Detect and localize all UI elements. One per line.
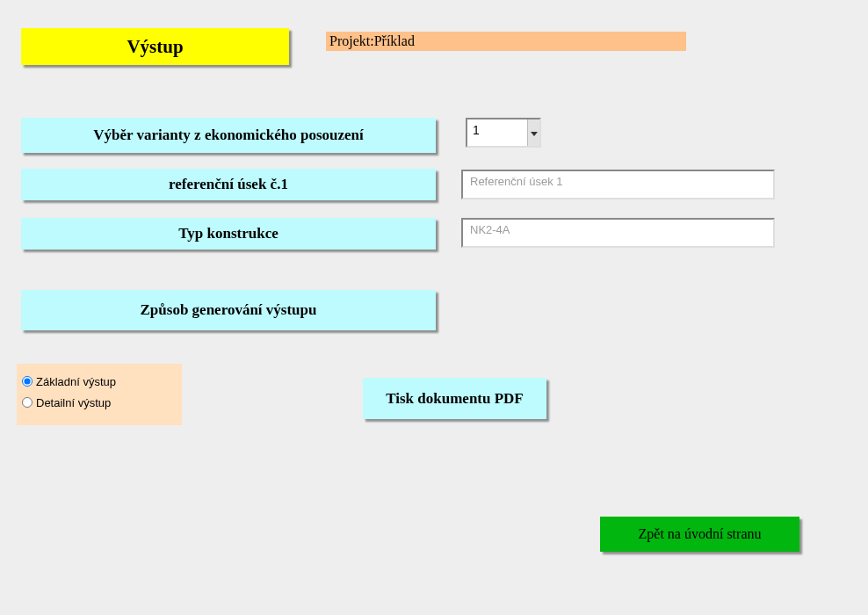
chevron-down-icon [531, 125, 538, 141]
variant-select-arrow[interactable] [527, 119, 539, 146]
construction-type-field[interactable]: NK2-4A [461, 218, 775, 248]
generation-mode-text: Způsob generování výstupu [141, 301, 317, 319]
svg-marker-0 [531, 132, 538, 136]
construction-type-label: Typ konstrukce [21, 218, 436, 250]
back-home-button[interactable]: Zpět na úvodní stranu [600, 517, 799, 552]
project-bar: Projekt:Příklad [326, 32, 686, 51]
output-header-label: Výstup [127, 36, 183, 57]
variant-selection-label: Výběr varianty z ekonomického posouzení [21, 118, 436, 153]
project-label: Projekt: [329, 33, 374, 48]
construction-type-text: Typ konstrukce [178, 225, 278, 242]
radio-detailed-output[interactable]: Detailní výstup [22, 392, 177, 413]
reference-section-field[interactable]: Referenční úsek 1 [461, 170, 775, 199]
variant-select-value: 1 [467, 119, 527, 137]
generation-mode-label: Způsob generování výstupu [21, 290, 436, 330]
radio-basic-output[interactable]: Základní výstup [22, 371, 177, 392]
output-header-button[interactable]: Výstup [21, 28, 289, 65]
back-home-label: Zpět na úvodní stranu [639, 526, 762, 541]
radio-basic-input[interactable] [22, 376, 33, 387]
radio-basic-label: Základní výstup [36, 375, 116, 388]
project-name: Příklad [374, 33, 415, 48]
variant-select[interactable]: 1 [466, 118, 541, 148]
variant-selection-text: Výběr varianty z ekonomického posouzení [93, 127, 364, 144]
print-pdf-button[interactable]: Tisk dokumentu PDF [363, 378, 546, 419]
print-pdf-label: Tisk dokumentu PDF [386, 390, 524, 407]
reference-section-text: referenční úsek č.1 [169, 176, 288, 193]
radio-detailed-input[interactable] [22, 397, 33, 408]
reference-section-value: Referenční úsek 1 [470, 175, 563, 188]
output-mode-radio-panel: Základní výstup Detailní výstup [17, 364, 182, 425]
radio-detailed-label: Detailní výstup [36, 396, 111, 409]
construction-type-value: NK2-4A [470, 223, 510, 236]
reference-section-label: referenční úsek č.1 [21, 169, 436, 200]
